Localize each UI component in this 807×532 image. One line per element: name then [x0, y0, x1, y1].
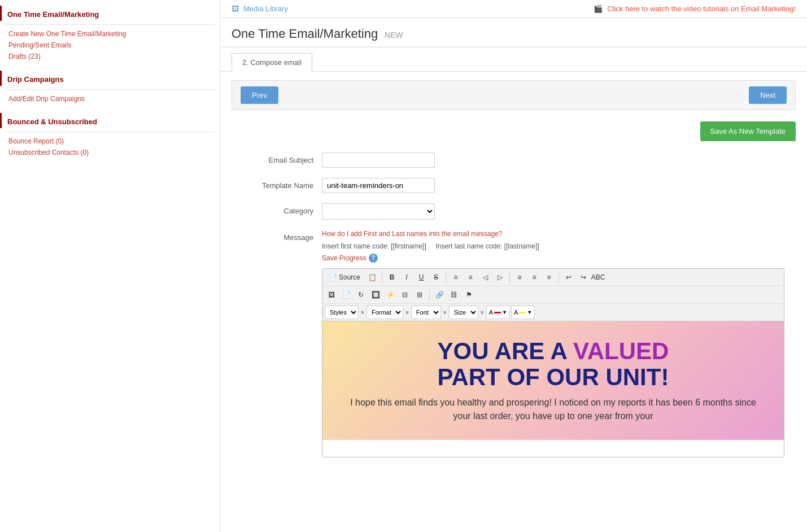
save-progress-link[interactable]: Save Progress ?: [322, 254, 378, 263]
font-select[interactable]: Font: [411, 306, 441, 319]
editor-toolbar: 📄 Source 📋 B I U S: [322, 269, 784, 321]
spellcheck-button[interactable]: ABC: [591, 271, 605, 284]
flash-icon: ⚡: [386, 291, 395, 299]
source-button[interactable]: 📄 Source: [325, 271, 364, 284]
sidebar-link-drafts[interactable]: Drafts (23): [0, 51, 220, 62]
template-name-row: Template Name: [243, 178, 784, 193]
category-row: Category: [243, 203, 784, 220]
strikethrough-label: S: [434, 273, 438, 281]
source-icon: 📄: [329, 273, 337, 281]
bg-color-swatch: [519, 312, 526, 313]
bg-color-label: A: [514, 309, 518, 316]
underline-button[interactable]: U: [415, 271, 428, 284]
content-area: Prev Next Save As New Template Email Sub…: [220, 72, 807, 476]
bg-color-arrow: ▼: [527, 309, 532, 315]
unordered-list-button[interactable]: ≡: [464, 271, 477, 284]
sidebar-link-bounce-report[interactable]: Bounce Report (0): [0, 136, 220, 147]
email-body-text: I hope this email finds you healthy and …: [345, 396, 761, 423]
sidebar-section-title-drip: Drip Campaigns: [0, 71, 220, 86]
email-subject-input[interactable]: [322, 152, 435, 168]
flash-button[interactable]: ⚡: [383, 288, 397, 302]
first-name-code: Insert first name code: [[firstname]]: [322, 242, 426, 250]
toolbar-row-2: 🖼 📄 ↻ 🔲 ⚡ ⊟ ⊞ 🔗 ⛓: [322, 286, 784, 304]
template-button[interactable]: ↻: [354, 288, 368, 302]
sidebar-link-add-edit-drip[interactable]: Add/Edit Drip Campaigns: [0, 93, 220, 104]
new-doc-button[interactable]: 📋: [365, 271, 379, 284]
align-left-button[interactable]: ≡: [513, 271, 526, 284]
table-row-button[interactable]: ⊟: [398, 288, 412, 302]
template-name-input-wrapper: [322, 178, 435, 193]
link-button[interactable]: 🔗: [433, 288, 446, 302]
styles-select[interactable]: Styles: [325, 306, 359, 319]
video-tutorial-label[interactable]: Click here to watch the video tutorials …: [607, 5, 796, 13]
italic-button[interactable]: I: [400, 271, 413, 284]
format-select[interactable]: Format: [367, 306, 403, 319]
table-row-icon: ⊟: [402, 291, 408, 299]
snippet-icon: 🔲: [372, 291, 380, 299]
insert-file-button[interactable]: 📄: [339, 288, 353, 302]
bold-button[interactable]: B: [385, 271, 399, 284]
media-library-label[interactable]: Media Library: [243, 5, 288, 13]
prev-button[interactable]: Prev: [241, 86, 278, 104]
align-right-button[interactable]: ≡: [542, 271, 556, 284]
insert-table-button[interactable]: ⊞: [413, 288, 426, 302]
template-name-input[interactable]: [322, 178, 435, 193]
top-bar: 🖼 Media Library 🎬 Click here to watch th…: [220, 0, 807, 18]
spellcheck-icon: ABC: [591, 273, 605, 281]
styles-dropdown-icon: ▼: [360, 309, 365, 316]
sidebar-section-drip-campaigns: Drip Campaigns Add/Edit Drip Campaigns: [0, 71, 220, 104]
page-title-badge: NEW: [385, 30, 403, 40]
anchor-button[interactable]: ⚑: [462, 288, 476, 302]
sidebar-section-bounced: Bounced & Unsubscribed Bounce Report (0)…: [0, 113, 220, 158]
email-preview: You are a Valued Part of Our Unit! I hop…: [322, 321, 784, 440]
video-tutorial-link[interactable]: 🎬 Click here to watch the video tutorial…: [594, 5, 796, 13]
unlink-button[interactable]: ⛓: [447, 288, 461, 302]
tab-compose-email[interactable]: 2. Compose email: [232, 53, 312, 72]
font-color-label: A: [489, 309, 493, 316]
sidebar-section-title-one-time-email: One Time Email/Marketing: [0, 6, 220, 21]
font-color-arrow: ▼: [502, 309, 507, 315]
toolbar-sep-3: [509, 272, 510, 282]
align-center-button[interactable]: ≡: [527, 271, 541, 284]
strikethrough-button[interactable]: S: [429, 271, 443, 284]
size-dropdown-icon: ▼: [479, 309, 485, 316]
bg-color-button[interactable]: A ▼: [511, 306, 535, 319]
anchor-icon: ⚑: [466, 291, 472, 299]
editor-body[interactable]: You are a Valued Part of Our Unit! I hop…: [322, 321, 784, 457]
media-library-link[interactable]: 🖼 Media Library: [232, 5, 288, 13]
toolbar-sep-1: [382, 272, 382, 282]
ordered-list-button[interactable]: ≡: [449, 271, 463, 284]
toolbar-sep-5: [429, 290, 430, 300]
media-library-icon: 🖼: [232, 5, 239, 13]
indent-icon: ▷: [498, 273, 503, 281]
align-right-icon: ≡: [547, 273, 551, 281]
insert-file-icon: 📄: [342, 291, 351, 299]
nav-buttons: Prev Next: [232, 80, 796, 110]
sidebar-link-unsubscribed[interactable]: Unsubscribed Contacts (0): [0, 147, 220, 158]
align-center-icon: ≡: [533, 273, 536, 281]
toolbar-sep-2: [446, 272, 446, 282]
insert-image-button[interactable]: 🖼: [325, 288, 338, 302]
source-label: Source: [339, 273, 360, 281]
insert-snippet-button[interactable]: 🔲: [369, 288, 382, 302]
indent-button[interactable]: ▷: [493, 271, 507, 284]
save-progress-label[interactable]: Save Progress: [322, 254, 367, 262]
message-hint-link[interactable]: How do I add First and Last names into t…: [322, 230, 784, 238]
next-button[interactable]: Next: [749, 86, 787, 104]
sidebar-link-create-new[interactable]: Create New One Time Email/Marketing: [0, 28, 220, 40]
sidebar-link-pending-sent[interactable]: Pending/Sent Emails: [0, 40, 220, 51]
size-select[interactable]: Size: [449, 306, 478, 319]
undo-button[interactable]: ↩: [562, 271, 575, 284]
help-icon: ?: [369, 254, 378, 263]
format-dropdown-icon: ▼: [404, 309, 410, 316]
italic-label: I: [405, 273, 407, 281]
outdent-button[interactable]: ◁: [478, 271, 492, 284]
sidebar-section-one-time-email: One Time Email/Marketing Create New One …: [0, 6, 220, 62]
font-color-button[interactable]: A ▼: [486, 306, 510, 319]
redo-button[interactable]: ↪: [577, 271, 590, 284]
email-subject-row: Email Subject: [243, 152, 784, 168]
form-area: Email Subject Template Name Category: [232, 152, 796, 457]
save-as-new-template-button[interactable]: Save As New Template: [700, 121, 796, 141]
category-select[interactable]: [322, 203, 435, 220]
main-content: 🖼 Media Library 🎬 Click here to watch th…: [220, 0, 807, 532]
